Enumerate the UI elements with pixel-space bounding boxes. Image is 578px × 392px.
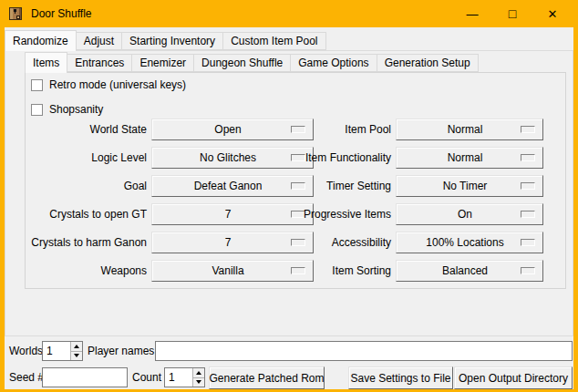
- crystals-gt-label: Crystals to open GT: [26, 203, 147, 225]
- progressive-items-dropdown[interactable]: On: [396, 203, 543, 225]
- shopsanity-checkbox[interactable]: [31, 104, 43, 116]
- open-output-directory-button[interactable]: Open Output Directory: [454, 366, 573, 389]
- weapons-label: Weapons: [26, 260, 147, 282]
- tab-randomize[interactable]: Randomize: [5, 30, 77, 51]
- save-settings-button[interactable]: Save Settings to File: [348, 366, 453, 389]
- accessibility-dropdown[interactable]: 100% Locations: [396, 232, 543, 253]
- minimize-icon[interactable]: —: [452, 0, 492, 27]
- tab-dungeon-shuffle[interactable]: Dungeon Shuffle: [193, 54, 291, 72]
- goal-label: Goal: [26, 175, 147, 197]
- menu-indicator-icon: [521, 211, 535, 218]
- worlds-label: Worlds: [9, 341, 43, 361]
- spin-down-icon[interactable]: [193, 377, 204, 387]
- shopsanity-row: Shopsanity: [31, 102, 103, 117]
- seed-label: Seed #: [9, 367, 44, 387]
- menu-indicator-icon: [521, 182, 535, 190]
- item-pool-dropdown[interactable]: Normal: [396, 119, 543, 140]
- app-window: Door Shuffle — □ ✕ Randomize Adjust Star…: [0, 0, 578, 392]
- tab-starting-inventory[interactable]: Starting Inventory: [121, 32, 223, 50]
- retro-mode-checkbox[interactable]: [31, 79, 43, 91]
- world-state-label: World State: [26, 119, 147, 140]
- timer-setting-label: Timer Setting: [263, 175, 391, 197]
- window-title: Door Shuffle: [31, 7, 92, 20]
- menu-indicator-icon: [521, 154, 535, 161]
- menu-indicator-icon: [521, 267, 535, 274]
- count-value: 1: [165, 368, 192, 387]
- item-sorting-label: Item Sorting: [263, 260, 391, 282]
- player-names-input[interactable]: [155, 341, 573, 361]
- app-icon: [8, 6, 23, 21]
- generate-patched-rom-button[interactable]: Generate Patched Rom: [209, 366, 325, 389]
- worlds-stepper-buttons: [70, 342, 82, 360]
- item-pool-label: Item Pool: [263, 119, 391, 140]
- accessibility-label: Accessibility: [263, 232, 391, 253]
- tab-items[interactable]: Items: [25, 52, 67, 73]
- count-stepper[interactable]: 1: [164, 367, 205, 387]
- progressive-items-label: Progressive Items: [263, 203, 391, 225]
- spin-down-icon[interactable]: [71, 351, 82, 361]
- seed-input[interactable]: [42, 367, 128, 387]
- menu-indicator-icon: [521, 126, 535, 133]
- spin-up-icon[interactable]: [193, 368, 204, 377]
- titlebar[interactable]: Door Shuffle — □ ✕: [0, 0, 578, 27]
- maximize-icon[interactable]: □: [492, 0, 532, 27]
- crystals-ganon-label: Crystals to harm Ganon: [26, 232, 147, 253]
- worlds-value: 1: [43, 342, 70, 360]
- tab-entrances[interactable]: Entrances: [67, 54, 132, 72]
- retro-mode-row: Retro mode (universal keys): [31, 77, 186, 92]
- worlds-stepper[interactable]: 1: [42, 341, 83, 361]
- player-names-label: Player names: [88, 341, 154, 361]
- count-label: Count: [132, 367, 161, 387]
- logic-level-label: Logic Level: [26, 147, 147, 169]
- shopsanity-label: Shopsanity: [49, 103, 103, 116]
- items-pane: Retro mode (universal keys) Shopsanity W…: [25, 72, 566, 289]
- item-sorting-dropdown[interactable]: Balanced: [396, 260, 543, 282]
- tab-game-options[interactable]: Game Options: [290, 54, 377, 72]
- tab-custom-item-pool[interactable]: Custom Item Pool: [222, 32, 325, 50]
- retro-mode-label: Retro mode (universal keys): [49, 78, 186, 91]
- timer-setting-dropdown[interactable]: No Timer: [396, 175, 543, 197]
- window-controls: — □ ✕: [452, 0, 573, 27]
- item-functionality-dropdown[interactable]: Normal: [396, 147, 543, 169]
- client-area: Randomize Adjust Starting Inventory Cust…: [5, 27, 573, 389]
- menu-indicator-icon: [521, 239, 535, 246]
- spin-up-icon[interactable]: [71, 342, 82, 351]
- tab-enemizer[interactable]: Enemizer: [131, 54, 194, 72]
- inner-tab-bar: Items Entrances Enemizer Dungeon Shuffle…: [25, 52, 478, 73]
- tab-generation-setup[interactable]: Generation Setup: [377, 54, 479, 72]
- item-functionality-label: Item Functionality: [263, 147, 391, 169]
- tab-adjust[interactable]: Adjust: [76, 32, 122, 50]
- outer-tab-bar: Randomize Adjust Starting Inventory Cust…: [5, 30, 325, 51]
- count-stepper-buttons: [192, 368, 204, 387]
- close-icon[interactable]: ✕: [532, 0, 573, 27]
